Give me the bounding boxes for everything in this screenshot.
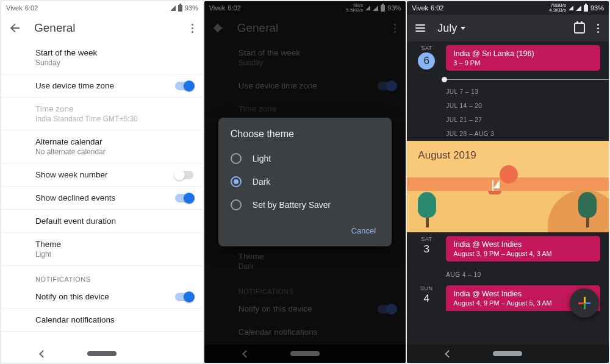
- app-bar: General: [1, 15, 203, 41]
- sailboat-illustration: [488, 180, 501, 194]
- day-header[interactable]: SAT 3: [415, 236, 437, 264]
- row-label: Time zone: [35, 104, 193, 113]
- row-show-declined[interactable]: Show declined events: [1, 187, 203, 210]
- network-speed: 78BB/s4.3KB/s: [549, 3, 566, 13]
- create-event-fab[interactable]: [570, 288, 599, 318]
- nav-bar: [1, 344, 203, 363]
- now-indicator: [445, 79, 609, 80]
- week-range[interactable]: JUL 14 – 20: [407, 99, 609, 113]
- row-theme[interactable]: Theme Light: [1, 233, 203, 266]
- status-time: 6:02: [25, 4, 38, 12]
- theme-option-dark[interactable]: Dark: [231, 170, 379, 193]
- phone-dark-settings: Vivek 6:02 0B/s5.5KB/s 93% General Start…: [204, 1, 406, 363]
- event-title: India @ West Indies: [453, 240, 593, 249]
- schedule-view[interactable]: SAT 6 India @ Sri Lanka (196) 3 – 9 PM J…: [407, 41, 609, 344]
- row-value: Light: [35, 250, 193, 259]
- tree-illustration: [418, 192, 436, 227]
- row-value: No alternate calendar: [35, 148, 193, 156]
- day-header[interactable]: SUN 4: [415, 285, 437, 313]
- row-alternate-calendar[interactable]: Alternate calendar No alternate calendar: [1, 130, 203, 163]
- status-user: Vivek: [6, 4, 23, 12]
- row-label: Use device time zone: [35, 81, 175, 90]
- week-range[interactable]: JUL 7 – 13: [407, 85, 609, 99]
- calendar-app-bar: July: [407, 15, 609, 41]
- status-time: 6:02: [431, 4, 443, 12]
- event-time: August 3, 9 PM – August 4, 3 AM: [453, 250, 593, 257]
- status-bar: Vivek 6:02 78BB/s4.3KB/s 93%: [407, 1, 609, 15]
- row-default-duration[interactable]: Default event duration: [1, 210, 203, 233]
- option-label: Set by Battery Saver: [253, 200, 331, 210]
- theme-dialog: Choose theme Light Dark Set by Battery S…: [218, 118, 392, 246]
- month-banner: August 2019: [407, 141, 609, 232]
- toggle-notify-device[interactable]: [175, 293, 193, 301]
- row-show-week-number[interactable]: Show week number: [1, 163, 203, 187]
- radio-icon: [231, 199, 242, 210]
- settings-list: Start of the week Sunday Use device time…: [1, 41, 203, 344]
- nav-bar: [407, 344, 609, 363]
- day-row: SAT 3 India @ West Indies August 3, 9 PM…: [407, 232, 609, 268]
- row-notify-device[interactable]: Notify on this device: [1, 285, 203, 309]
- day-number: 3: [415, 243, 437, 255]
- status-bar: Vivek 6:02 93%: [1, 1, 203, 15]
- today-icon[interactable]: [574, 23, 585, 34]
- week-range[interactable]: AUG 4 – 10: [407, 268, 609, 282]
- radio-icon: [231, 176, 242, 187]
- overflow-menu-icon[interactable]: [594, 20, 603, 37]
- row-value: India Standard Time GMT+5:30: [35, 115, 193, 123]
- event-title: India @ Sri Lanka (196): [453, 49, 593, 58]
- nav-back-icon[interactable]: [39, 350, 47, 358]
- row-label: Calendar notifications: [35, 315, 193, 324]
- week-range[interactable]: JUL 21 – 27: [407, 113, 609, 127]
- day-of-week: SAT: [415, 45, 437, 51]
- phone-light-settings: Vivek 6:02 93% General Start of the week…: [1, 1, 203, 363]
- theme-option-light[interactable]: Light: [231, 147, 379, 170]
- radio-icon: [231, 153, 242, 164]
- day-of-week: SAT: [415, 236, 437, 242]
- day-number: 6: [418, 52, 435, 70]
- row-use-device-tz[interactable]: Use device time zone: [1, 74, 203, 98]
- wifi-icon: [170, 5, 176, 11]
- theme-option-battery[interactable]: Set by Battery Saver: [231, 193, 379, 216]
- back-arrow-icon[interactable]: [10, 23, 21, 34]
- overflow-menu-icon[interactable]: [188, 20, 197, 37]
- plus-icon: [578, 297, 590, 309]
- event-chip[interactable]: India @ West Indies August 3, 9 PM – Aug…: [446, 236, 600, 262]
- dialog-scrim[interactable]: Choose theme Light Dark Set by Battery S…: [204, 1, 406, 363]
- row-time-zone: Time zone India Standard Time GMT+5:30: [1, 98, 203, 130]
- row-calendar-notifications[interactable]: Calendar notifications: [1, 309, 203, 332]
- sun-illustration: [500, 165, 518, 184]
- event-time: 3 – 9 PM: [453, 59, 593, 66]
- day-of-week: SUN: [415, 285, 437, 291]
- page-title: General: [34, 21, 188, 35]
- toggle-week-number[interactable]: [175, 171, 193, 179]
- row-label: Show declined events: [35, 193, 175, 202]
- cancel-button[interactable]: Cancel: [348, 221, 379, 240]
- day-header[interactable]: SAT 6: [415, 45, 437, 73]
- battery-percent: 93%: [185, 4, 198, 12]
- chevron-down-icon: [461, 27, 465, 30]
- hamburger-icon[interactable]: [415, 24, 425, 32]
- row-label: Start of the week: [35, 48, 193, 57]
- option-label: Dark: [253, 177, 271, 187]
- event-chip[interactable]: India @ Sri Lanka (196) 3 – 9 PM: [446, 45, 600, 71]
- phone-calendar: Vivek 6:02 78BB/s4.3KB/s 93% July SAT 6: [407, 1, 609, 363]
- row-label: Notify on this device: [35, 292, 175, 301]
- battery-percent: 93%: [590, 4, 604, 12]
- wifi-icon: [576, 5, 581, 11]
- day-row-today: SAT 6 India @ Sri Lanka (196) 3 – 9 PM: [407, 41, 609, 77]
- banner-month-label: August 2019: [418, 149, 476, 162]
- month-dropdown[interactable]: July: [437, 22, 574, 35]
- nav-home-pill[interactable]: [87, 351, 117, 356]
- day-number: 4: [415, 293, 437, 305]
- toggle-declined[interactable]: [175, 194, 193, 202]
- row-label: Default event duration: [35, 216, 193, 226]
- week-range[interactable]: JUL 28 – AUG 3: [407, 127, 609, 141]
- option-label: Light: [253, 154, 271, 163]
- row-start-of-week[interactable]: Start of the week Sunday: [1, 41, 203, 74]
- row-label: Alternate calendar: [35, 137, 193, 146]
- nav-home-pill[interactable]: [493, 351, 522, 356]
- nav-back-icon[interactable]: [445, 350, 453, 358]
- month-label: July: [437, 22, 457, 35]
- dialog-title: Choose theme: [231, 129, 379, 140]
- toggle-use-tz[interactable]: [175, 82, 193, 90]
